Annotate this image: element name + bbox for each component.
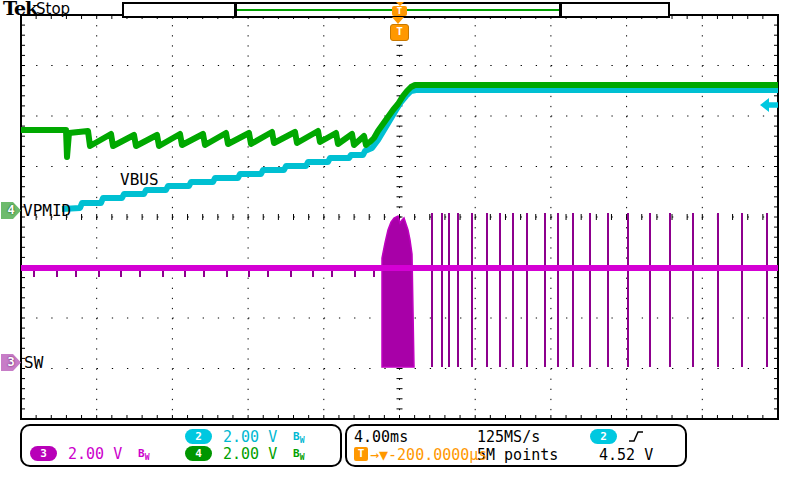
tek-logo: Tek bbox=[3, 0, 37, 19]
channel-3-scale: 2.00 V bbox=[68, 445, 122, 463]
channel-3-bandwidth-icon: BW bbox=[138, 447, 149, 462]
channel-2-scale: 2.00 V bbox=[223, 428, 277, 446]
waveform-label-vbus: VBUS bbox=[120, 170, 159, 189]
rising-edge-slope-icon bbox=[628, 429, 644, 444]
oscilloscope-screen: Tek Stop T T VBUS VPMID SW 4 3 3 2.00 V … bbox=[0, 0, 800, 480]
trigger-level-readout: 4.52 V bbox=[599, 446, 653, 464]
channel-4-badge[interactable]: 4 bbox=[185, 446, 212, 461]
view-window-bracket-right bbox=[559, 4, 562, 16]
channel-2-badge[interactable]: 2 bbox=[185, 429, 212, 444]
trigger-source-badge[interactable]: 2 bbox=[590, 429, 617, 444]
waveform-label-sw: SW bbox=[24, 353, 43, 372]
timebase-readout: 4.00ms bbox=[354, 428, 408, 446]
graticule-and-waveforms bbox=[0, 0, 800, 480]
channel-2-bandwidth-icon: BW bbox=[293, 430, 304, 445]
acquisition-run-state: Stop bbox=[36, 0, 70, 18]
view-window-bracket-left bbox=[234, 4, 237, 16]
waveform-label-vpmid: VPMID bbox=[23, 201, 71, 220]
channel-readout-box: 3 2.00 V BW 2 2.00 V BW 4 2.00 V BW bbox=[20, 424, 342, 467]
trigger-t-badge: T bbox=[354, 447, 368, 461]
trigger-marker-badge[interactable]: T bbox=[392, 6, 407, 16]
acquisition-preview-bar: T bbox=[122, 2, 670, 18]
channel-4-bandwidth-icon: BW bbox=[293, 447, 304, 462]
trigger-position-readout: →▼-200.0000µs bbox=[370, 446, 487, 464]
trigger-position-arrow-icon bbox=[392, 17, 404, 24]
trigger-position-marker[interactable]: T bbox=[390, 24, 409, 41]
channel-3-badge[interactable]: 3 bbox=[30, 446, 57, 461]
horizontal-trigger-readout-box: 4.00ms 125MS/s 5M points 2 T →▼-200.0000… bbox=[345, 424, 687, 467]
channel-4-scale: 2.00 V bbox=[223, 445, 277, 463]
record-length-readout: 5M points bbox=[477, 446, 558, 464]
sample-rate-readout: 125MS/s bbox=[477, 428, 540, 446]
